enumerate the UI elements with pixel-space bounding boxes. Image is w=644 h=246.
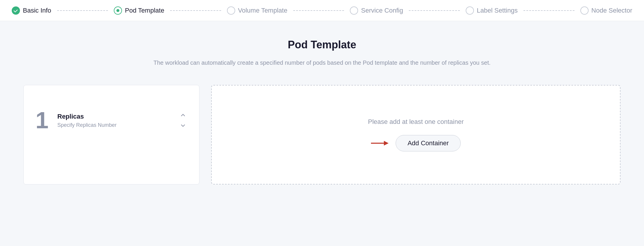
step-label-pod-template: Pod Template bbox=[125, 7, 164, 14]
step-circle-node-selector bbox=[580, 6, 589, 15]
step-divider-2 bbox=[170, 10, 221, 11]
step-node-selector[interactable]: Node Selector bbox=[580, 6, 632, 15]
arrow-button-row: Add Container bbox=[371, 135, 461, 151]
stepper-bar: Basic Info Pod Template Volume Template … bbox=[0, 0, 644, 21]
add-container-button[interactable]: Add Container bbox=[396, 135, 461, 151]
step-label-volume-template: Volume Template bbox=[238, 7, 287, 14]
replica-decrement-button[interactable] bbox=[179, 121, 187, 130]
page-title: Pod Template bbox=[23, 39, 621, 51]
step-pod-template[interactable]: Pod Template bbox=[114, 6, 164, 15]
step-label-basic-info: Basic Info bbox=[23, 7, 51, 14]
arrow-right-icon bbox=[371, 140, 389, 147]
step-label-node-selector: Node Selector bbox=[592, 7, 632, 14]
replica-info: Replicas Specify Replicas Number bbox=[57, 113, 173, 128]
step-label-settings[interactable]: Label Settings bbox=[466, 6, 518, 15]
step-label-service-config: Service Config bbox=[361, 7, 403, 14]
main-content: Pod Template The workload can automatica… bbox=[0, 21, 644, 202]
content-grid: 1 Replicas Specify Replicas Number bbox=[23, 85, 621, 184]
replica-number: 1 bbox=[35, 109, 49, 132]
replica-controls bbox=[179, 111, 187, 130]
page-subtitle: The workload can automatically create a … bbox=[23, 58, 621, 67]
replica-increment-button[interactable] bbox=[179, 111, 187, 119]
step-basic-info[interactable]: Basic Info bbox=[12, 6, 51, 15]
step-circle-service-config bbox=[350, 6, 358, 15]
step-divider-3 bbox=[293, 10, 344, 11]
step-circle-pod-template bbox=[114, 6, 122, 15]
chevron-up-icon bbox=[180, 112, 186, 118]
step-divider-1 bbox=[57, 10, 108, 11]
step-circle-label-settings bbox=[466, 6, 474, 15]
step-divider-4 bbox=[409, 10, 460, 11]
replica-sublabel: Specify Replicas Number bbox=[57, 122, 173, 128]
svg-marker-1 bbox=[384, 141, 389, 146]
step-volume-template[interactable]: Volume Template bbox=[227, 6, 287, 15]
replica-label: Replicas bbox=[57, 113, 173, 120]
left-panel: 1 Replicas Specify Replicas Number bbox=[23, 85, 199, 184]
step-circle-basic-info bbox=[12, 6, 20, 15]
step-service-config[interactable]: Service Config bbox=[350, 6, 403, 15]
container-prompt: Please add at least one container bbox=[368, 118, 464, 126]
chevron-down-icon bbox=[180, 122, 186, 129]
right-panel: Please add at least one container Add Co… bbox=[211, 85, 621, 184]
step-label-label-settings: Label Settings bbox=[477, 7, 518, 14]
step-circle-volume-template bbox=[227, 6, 235, 15]
step-divider-5 bbox=[523, 10, 574, 11]
replicas-section: 1 Replicas Specify Replicas Number bbox=[35, 109, 187, 132]
